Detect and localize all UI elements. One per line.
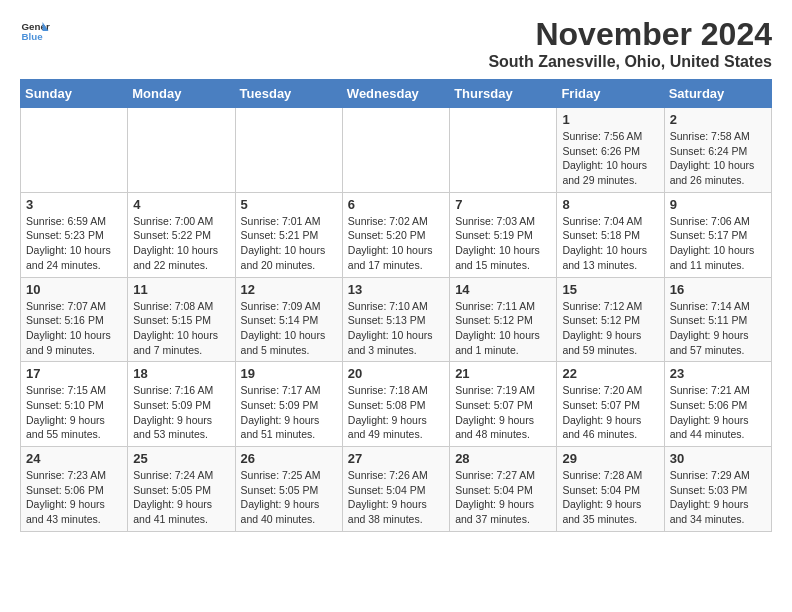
day-of-week-header: Thursday [450, 80, 557, 108]
day-number: 15 [562, 282, 658, 297]
day-number: 10 [26, 282, 122, 297]
day-of-week-header: Saturday [664, 80, 771, 108]
calendar-week-row: 1Sunrise: 7:56 AM Sunset: 6:26 PM Daylig… [21, 108, 772, 193]
month-title: November 2024 [488, 16, 772, 53]
day-number: 13 [348, 282, 444, 297]
day-detail: Sunrise: 7:06 AM Sunset: 5:17 PM Dayligh… [670, 214, 766, 273]
logo-icon: General Blue [20, 16, 50, 46]
day-number: 22 [562, 366, 658, 381]
calendar-week-row: 3Sunrise: 6:59 AM Sunset: 5:23 PM Daylig… [21, 192, 772, 277]
day-detail: Sunrise: 7:01 AM Sunset: 5:21 PM Dayligh… [241, 214, 337, 273]
calendar-cell: 20Sunrise: 7:18 AM Sunset: 5:08 PM Dayli… [342, 362, 449, 447]
day-number: 9 [670, 197, 766, 212]
day-number: 8 [562, 197, 658, 212]
day-detail: Sunrise: 7:07 AM Sunset: 5:16 PM Dayligh… [26, 299, 122, 358]
calendar-cell [342, 108, 449, 193]
day-number: 30 [670, 451, 766, 466]
calendar-cell: 25Sunrise: 7:24 AM Sunset: 5:05 PM Dayli… [128, 447, 235, 532]
day-number: 2 [670, 112, 766, 127]
calendar-cell: 13Sunrise: 7:10 AM Sunset: 5:13 PM Dayli… [342, 277, 449, 362]
day-number: 4 [133, 197, 229, 212]
day-detail: Sunrise: 7:28 AM Sunset: 5:04 PM Dayligh… [562, 468, 658, 527]
day-number: 18 [133, 366, 229, 381]
calendar-cell: 8Sunrise: 7:04 AM Sunset: 5:18 PM Daylig… [557, 192, 664, 277]
calendar-cell: 30Sunrise: 7:29 AM Sunset: 5:03 PM Dayli… [664, 447, 771, 532]
calendar-cell: 18Sunrise: 7:16 AM Sunset: 5:09 PM Dayli… [128, 362, 235, 447]
day-number: 12 [241, 282, 337, 297]
day-number: 23 [670, 366, 766, 381]
day-number: 17 [26, 366, 122, 381]
day-detail: Sunrise: 7:03 AM Sunset: 5:19 PM Dayligh… [455, 214, 551, 273]
calendar-cell: 16Sunrise: 7:14 AM Sunset: 5:11 PM Dayli… [664, 277, 771, 362]
day-detail: Sunrise: 7:24 AM Sunset: 5:05 PM Dayligh… [133, 468, 229, 527]
calendar-cell: 3Sunrise: 6:59 AM Sunset: 5:23 PM Daylig… [21, 192, 128, 277]
calendar-cell: 12Sunrise: 7:09 AM Sunset: 5:14 PM Dayli… [235, 277, 342, 362]
calendar-body: 1Sunrise: 7:56 AM Sunset: 6:26 PM Daylig… [21, 108, 772, 532]
day-detail: Sunrise: 7:18 AM Sunset: 5:08 PM Dayligh… [348, 383, 444, 442]
calendar-cell: 10Sunrise: 7:07 AM Sunset: 5:16 PM Dayli… [21, 277, 128, 362]
day-detail: Sunrise: 7:26 AM Sunset: 5:04 PM Dayligh… [348, 468, 444, 527]
day-detail: Sunrise: 7:11 AM Sunset: 5:12 PM Dayligh… [455, 299, 551, 358]
day-number: 14 [455, 282, 551, 297]
day-detail: Sunrise: 7:29 AM Sunset: 5:03 PM Dayligh… [670, 468, 766, 527]
day-number: 7 [455, 197, 551, 212]
calendar-cell: 21Sunrise: 7:19 AM Sunset: 5:07 PM Dayli… [450, 362, 557, 447]
day-detail: Sunrise: 7:12 AM Sunset: 5:12 PM Dayligh… [562, 299, 658, 358]
day-detail: Sunrise: 7:00 AM Sunset: 5:22 PM Dayligh… [133, 214, 229, 273]
calendar-header-row: SundayMondayTuesdayWednesdayThursdayFrid… [21, 80, 772, 108]
calendar-week-row: 10Sunrise: 7:07 AM Sunset: 5:16 PM Dayli… [21, 277, 772, 362]
day-of-week-header: Monday [128, 80, 235, 108]
day-detail: Sunrise: 7:27 AM Sunset: 5:04 PM Dayligh… [455, 468, 551, 527]
location-title: South Zanesville, Ohio, United States [488, 53, 772, 71]
day-detail: Sunrise: 7:58 AM Sunset: 6:24 PM Dayligh… [670, 129, 766, 188]
logo: General Blue [20, 16, 50, 46]
day-number: 25 [133, 451, 229, 466]
day-number: 5 [241, 197, 337, 212]
calendar-cell: 6Sunrise: 7:02 AM Sunset: 5:20 PM Daylig… [342, 192, 449, 277]
day-detail: Sunrise: 7:04 AM Sunset: 5:18 PM Dayligh… [562, 214, 658, 273]
day-number: 21 [455, 366, 551, 381]
day-detail: Sunrise: 7:10 AM Sunset: 5:13 PM Dayligh… [348, 299, 444, 358]
day-detail: Sunrise: 7:21 AM Sunset: 5:06 PM Dayligh… [670, 383, 766, 442]
calendar-cell: 24Sunrise: 7:23 AM Sunset: 5:06 PM Dayli… [21, 447, 128, 532]
day-number: 11 [133, 282, 229, 297]
calendar-cell: 1Sunrise: 7:56 AM Sunset: 6:26 PM Daylig… [557, 108, 664, 193]
day-of-week-header: Wednesday [342, 80, 449, 108]
calendar-cell: 7Sunrise: 7:03 AM Sunset: 5:19 PM Daylig… [450, 192, 557, 277]
day-detail: Sunrise: 6:59 AM Sunset: 5:23 PM Dayligh… [26, 214, 122, 273]
calendar-cell [21, 108, 128, 193]
calendar-cell: 27Sunrise: 7:26 AM Sunset: 5:04 PM Dayli… [342, 447, 449, 532]
day-detail: Sunrise: 7:09 AM Sunset: 5:14 PM Dayligh… [241, 299, 337, 358]
day-detail: Sunrise: 7:56 AM Sunset: 6:26 PM Dayligh… [562, 129, 658, 188]
calendar-cell: 15Sunrise: 7:12 AM Sunset: 5:12 PM Dayli… [557, 277, 664, 362]
calendar-cell: 4Sunrise: 7:00 AM Sunset: 5:22 PM Daylig… [128, 192, 235, 277]
calendar-cell: 19Sunrise: 7:17 AM Sunset: 5:09 PM Dayli… [235, 362, 342, 447]
day-detail: Sunrise: 7:20 AM Sunset: 5:07 PM Dayligh… [562, 383, 658, 442]
calendar-cell: 29Sunrise: 7:28 AM Sunset: 5:04 PM Dayli… [557, 447, 664, 532]
day-of-week-header: Friday [557, 80, 664, 108]
day-detail: Sunrise: 7:17 AM Sunset: 5:09 PM Dayligh… [241, 383, 337, 442]
calendar-cell: 14Sunrise: 7:11 AM Sunset: 5:12 PM Dayli… [450, 277, 557, 362]
day-number: 3 [26, 197, 122, 212]
header: General Blue November 2024 South Zanesvi… [20, 16, 772, 71]
calendar-cell: 17Sunrise: 7:15 AM Sunset: 5:10 PM Dayli… [21, 362, 128, 447]
day-detail: Sunrise: 7:16 AM Sunset: 5:09 PM Dayligh… [133, 383, 229, 442]
day-number: 27 [348, 451, 444, 466]
day-number: 6 [348, 197, 444, 212]
calendar-cell: 5Sunrise: 7:01 AM Sunset: 5:21 PM Daylig… [235, 192, 342, 277]
calendar-week-row: 24Sunrise: 7:23 AM Sunset: 5:06 PM Dayli… [21, 447, 772, 532]
calendar-cell: 22Sunrise: 7:20 AM Sunset: 5:07 PM Dayli… [557, 362, 664, 447]
day-number: 20 [348, 366, 444, 381]
day-of-week-header: Tuesday [235, 80, 342, 108]
calendar-week-row: 17Sunrise: 7:15 AM Sunset: 5:10 PM Dayli… [21, 362, 772, 447]
day-detail: Sunrise: 7:15 AM Sunset: 5:10 PM Dayligh… [26, 383, 122, 442]
day-number: 28 [455, 451, 551, 466]
calendar-cell: 26Sunrise: 7:25 AM Sunset: 5:05 PM Dayli… [235, 447, 342, 532]
title-area: November 2024 South Zanesville, Ohio, Un… [488, 16, 772, 71]
calendar-cell: 11Sunrise: 7:08 AM Sunset: 5:15 PM Dayli… [128, 277, 235, 362]
calendar-cell [450, 108, 557, 193]
day-of-week-header: Sunday [21, 80, 128, 108]
calendar-cell [235, 108, 342, 193]
day-detail: Sunrise: 7:14 AM Sunset: 5:11 PM Dayligh… [670, 299, 766, 358]
day-number: 26 [241, 451, 337, 466]
